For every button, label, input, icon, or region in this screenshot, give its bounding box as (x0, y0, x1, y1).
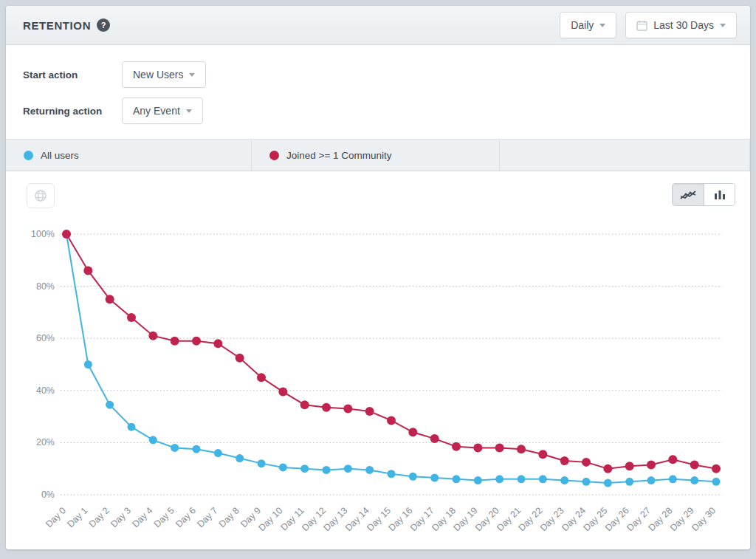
data-point[interactable] (430, 474, 439, 482)
data-point[interactable] (560, 456, 569, 465)
data-point[interactable] (344, 464, 352, 473)
data-point[interactable] (582, 458, 591, 467)
data-point[interactable] (387, 416, 396, 425)
y-axis-tick-label: 40% (36, 385, 55, 396)
data-point[interactable] (236, 454, 244, 462)
data-point[interactable] (647, 476, 656, 484)
legend-item-all-users[interactable]: All users (6, 140, 252, 171)
chevron-down-icon (720, 24, 726, 27)
data-point[interactable] (84, 360, 92, 368)
data-point[interactable] (171, 444, 179, 452)
data-point[interactable] (473, 443, 482, 452)
x-axis-tick-label: Day 4 (130, 505, 154, 529)
data-point[interactable] (106, 295, 114, 303)
data-point[interactable] (690, 476, 698, 484)
data-point[interactable] (236, 354, 244, 363)
data-point[interactable] (452, 442, 461, 451)
data-point[interactable] (213, 339, 222, 348)
start-action-label: Start action (23, 69, 122, 80)
data-point[interactable] (148, 332, 157, 340)
x-axis-tick-label: Day 8 (217, 505, 241, 529)
y-axis-tick-label: 80% (36, 281, 55, 292)
data-point[interactable] (712, 478, 721, 486)
x-axis-tick-label: Day 3 (109, 505, 133, 529)
x-axis-tick-label: Day 30 (690, 505, 718, 533)
data-point[interactable] (690, 460, 699, 469)
data-point[interactable] (343, 405, 352, 414)
start-action-value: New Users (133, 69, 183, 80)
data-point[interactable] (193, 445, 201, 453)
data-point[interactable] (127, 313, 136, 322)
data-point[interactable] (495, 475, 504, 483)
x-axis-tick-label: Day 1 (65, 505, 89, 529)
data-point[interactable] (583, 478, 591, 486)
globe-button[interactable] (27, 183, 55, 208)
granularity-dropdown-value: Daily (571, 19, 594, 31)
data-point[interactable] (517, 445, 526, 453)
data-point[interactable] (409, 473, 417, 481)
data-point[interactable] (278, 388, 287, 397)
y-axis-tick-label: 100% (31, 229, 55, 239)
data-point[interactable] (323, 466, 331, 474)
date-range-dropdown[interactable]: Last 30 Days (625, 12, 737, 38)
x-axis-tick-label: Day 10 (257, 505, 285, 533)
data-point[interactable] (214, 449, 222, 457)
data-point[interactable] (647, 460, 656, 469)
line-chart-icon (679, 189, 697, 201)
data-point[interactable] (495, 443, 504, 452)
data-point[interactable] (712, 464, 721, 473)
data-point[interactable] (106, 401, 114, 409)
y-axis-tick-label: 0% (41, 490, 55, 500)
data-point[interactable] (192, 337, 201, 346)
cohort-legend-bar: All users Joined >= 1 Community (6, 139, 750, 171)
calendar-icon (636, 20, 647, 31)
data-point[interactable] (300, 400, 309, 409)
data-point[interactable] (83, 266, 92, 275)
series-line-joined-1-community (66, 234, 716, 469)
data-point[interactable] (365, 466, 374, 474)
data-point[interactable] (171, 337, 179, 346)
data-point[interactable] (408, 428, 417, 436)
granularity-dropdown[interactable]: Daily (560, 12, 616, 38)
data-point[interactable] (474, 476, 482, 484)
data-point[interactable] (300, 464, 309, 473)
legend-item-joined-community[interactable]: Joined >= 1 Community (252, 140, 500, 171)
date-range-dropdown-value: Last 30 Days (653, 19, 714, 31)
data-point[interactable] (62, 230, 71, 239)
data-point[interactable] (560, 476, 568, 484)
returning-action-dropdown[interactable]: Any Event (122, 97, 203, 124)
legend-label: All users (41, 150, 79, 161)
data-point[interactable] (128, 423, 136, 431)
start-action-dropdown[interactable]: New Users (122, 61, 206, 88)
data-point[interactable] (603, 464, 612, 473)
legend-empty-cell (500, 140, 750, 171)
data-point[interactable] (453, 475, 461, 483)
chevron-down-icon (186, 109, 192, 113)
data-point[interactable] (149, 436, 157, 444)
data-point[interactable] (258, 459, 266, 467)
globe-icon (34, 189, 47, 202)
y-axis-tick-label: 20% (36, 437, 55, 447)
data-point[interactable] (539, 475, 547, 483)
help-icon[interactable]: ? (97, 18, 110, 32)
data-point[interactable] (279, 463, 287, 471)
data-point[interactable] (625, 462, 634, 470)
data-point[interactable] (518, 475, 526, 483)
data-point[interactable] (388, 470, 396, 478)
x-axis-tick-label: Day 2 (87, 505, 111, 529)
data-point[interactable] (669, 475, 677, 483)
data-point[interactable] (538, 450, 547, 459)
x-axis-tick-label: Day 0 (44, 505, 68, 529)
data-point[interactable] (668, 455, 677, 464)
data-point[interactable] (430, 434, 439, 443)
data-point[interactable] (322, 403, 331, 412)
retention-chart: 0%20%40%60%80%100%Day 0Day 1Day 2Day 3Da… (6, 210, 750, 546)
bar-chart-toggle-button[interactable] (704, 184, 735, 205)
data-point[interactable] (257, 373, 266, 382)
data-point[interactable] (625, 478, 633, 486)
data-point[interactable] (365, 407, 374, 416)
report-header: RETENTION ? Daily Last 30 Days (6, 6, 750, 45)
data-point[interactable] (604, 479, 612, 487)
line-chart-toggle-button[interactable] (673, 184, 704, 205)
series-dot-crimson (269, 151, 279, 160)
